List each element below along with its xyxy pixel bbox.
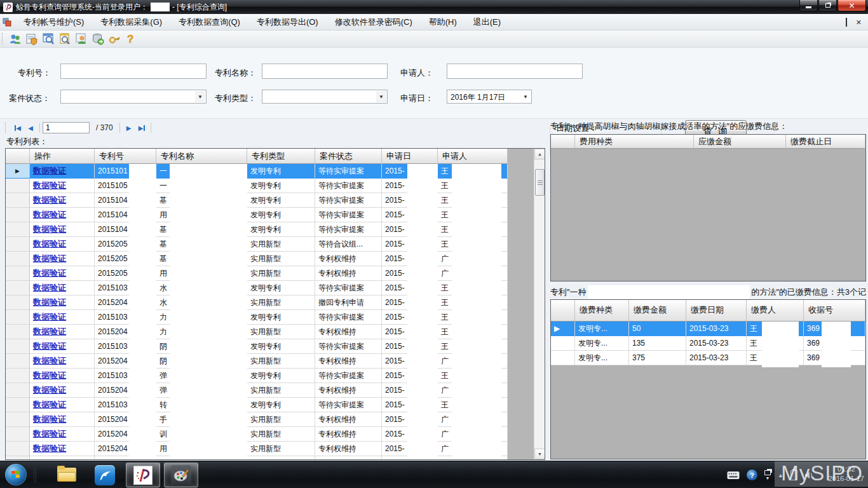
- row-selector[interactable]: [6, 412, 30, 427]
- row-selector[interactable]: [6, 398, 30, 412]
- scroll-down-icon[interactable]: ▼: [534, 449, 545, 459]
- data-verify-link[interactable]: 数据验证: [30, 412, 95, 427]
- scrollbar-thumb[interactable]: [535, 169, 545, 196]
- col-header-pay-amount[interactable]: 缴费金额: [629, 300, 686, 322]
- col-header-op[interactable]: 操作: [30, 149, 95, 164]
- patent-type-select[interactable]: ▼: [262, 90, 388, 104]
- search-window-icon[interactable]: [41, 32, 55, 46]
- data-verify-link[interactable]: 数据验证: [30, 295, 95, 310]
- data-verify-link[interactable]: 数据验证: [30, 237, 95, 252]
- col-header-fee-kind[interactable]: 费用种类: [575, 135, 694, 149]
- data-verify-link[interactable]: 数据验证: [30, 252, 95, 266]
- data-verify-link[interactable]: 数据验证: [30, 281, 95, 295]
- data-verify-link[interactable]: 数据验证: [30, 208, 95, 222]
- restore-button[interactable]: [818, 0, 837, 11]
- mdi-restore-button[interactable]: [846, 18, 847, 26]
- key-icon[interactable]: [107, 32, 121, 46]
- row-selector[interactable]: [6, 222, 30, 237]
- row-selector[interactable]: [6, 310, 30, 325]
- row-selector[interactable]: ▶: [551, 322, 575, 336]
- col-header-due-amount[interactable]: 应缴金额: [694, 135, 786, 149]
- menu-item-help[interactable]: 帮助(H): [421, 15, 465, 29]
- row-selector[interactable]: [551, 351, 575, 365]
- data-verify-link[interactable]: 数据验证: [30, 222, 95, 237]
- col-header-payer[interactable]: 缴费人: [747, 300, 804, 322]
- paint-taskbar-button[interactable]: [164, 463, 198, 487]
- row-selector[interactable]: [6, 354, 30, 369]
- data-verify-link[interactable]: 数据验证: [30, 339, 95, 354]
- case-status-select[interactable]: ▼: [60, 90, 207, 104]
- row-selector[interactable]: ▶: [6, 164, 30, 179]
- row-selector[interactable]: [6, 193, 30, 208]
- data-verify-link[interactable]: 数据验证: [30, 369, 95, 383]
- menu-item-query[interactable]: 专利数据查询(Q): [170, 15, 248, 29]
- data-verify-link[interactable]: 数据验证: [30, 193, 95, 208]
- data-verify-link[interactable]: 数据验证: [30, 427, 95, 442]
- col-header-applicant[interactable]: 申请人: [438, 149, 508, 164]
- window-stack-icon[interactable]: ▼: [764, 470, 771, 480]
- database-export-icon[interactable]: [91, 32, 105, 46]
- col-header-status[interactable]: 案件状态: [315, 149, 382, 164]
- menu-item-collect[interactable]: 专利数据采集(G): [92, 15, 170, 29]
- patent-app-taskbar-button[interactable]: [126, 463, 160, 487]
- close-button[interactable]: ✕: [837, 0, 866, 11]
- row-selector[interactable]: [6, 266, 30, 281]
- apply-date-picker[interactable]: 2016年 1月17日 ▼: [447, 90, 532, 104]
- col-header-deadline[interactable]: 缴费截止日: [786, 135, 865, 149]
- menu-item-account[interactable]: 专利帐号维护(S): [15, 15, 92, 29]
- data-verify-link[interactable]: 数据验证: [30, 383, 95, 398]
- row-selector[interactable]: [6, 427, 30, 442]
- keyboard-icon[interactable]: [727, 471, 740, 480]
- row-selector[interactable]: [6, 442, 30, 456]
- mdi-close-button[interactable]: ✕: [856, 18, 862, 27]
- applicant-input[interactable]: [447, 64, 583, 79]
- col-header-pay-kind[interactable]: 缴费种类: [575, 300, 629, 322]
- table-row[interactable]: 发明专...1352015-03-23王369: [551, 336, 865, 351]
- row-selector[interactable]: [6, 325, 30, 339]
- row-selector[interactable]: [6, 339, 30, 354]
- row-selector[interactable]: [6, 208, 30, 222]
- account-shield-icon[interactable]: [25, 32, 39, 46]
- bird-app-taskbar-button[interactable]: [88, 463, 122, 487]
- data-verify-link[interactable]: 数据验证: [30, 325, 95, 339]
- vertical-scrollbar[interactable]: ▲ ▼: [534, 149, 545, 459]
- next-page-button[interactable]: ▶: [123, 122, 135, 133]
- table-row[interactable]: ▶发明专...502015-03-23王369: [551, 322, 865, 336]
- explorer-taskbar-button[interactable]: [50, 463, 84, 487]
- data-verify-link[interactable]: 数据验证: [30, 179, 95, 193]
- col-header-name[interactable]: 专利名称: [156, 149, 247, 164]
- page-number-input[interactable]: [43, 122, 90, 133]
- data-verify-link[interactable]: 数据验证: [30, 354, 95, 369]
- col-header-receipt[interactable]: 收据号: [804, 300, 865, 322]
- col-header-no[interactable]: 专利号: [95, 149, 156, 164]
- menu-item-password[interactable]: 修改软件登录密码(C): [327, 15, 421, 29]
- row-selector[interactable]: [6, 237, 30, 252]
- col-header-date[interactable]: 申请日: [382, 149, 438, 164]
- data-verify-link[interactable]: 数据验证: [30, 310, 95, 325]
- help-icon[interactable]: ?: [124, 32, 138, 46]
- prev-page-button[interactable]: ◀: [24, 122, 37, 133]
- users-icon[interactable]: [8, 32, 22, 46]
- last-page-button[interactable]: ▶: [135, 122, 148, 133]
- col-header-pay-date[interactable]: 缴费日期: [686, 300, 747, 322]
- row-selector[interactable]: [6, 281, 30, 295]
- row-selector[interactable]: [551, 336, 575, 351]
- data-verify-link[interactable]: 数据验证: [30, 164, 95, 179]
- minimize-button[interactable]: [799, 0, 818, 11]
- patent-no-input[interactable]: [60, 64, 207, 79]
- row-selector[interactable]: [6, 252, 30, 266]
- data-verify-link[interactable]: 数据验证: [30, 442, 95, 456]
- user-icon[interactable]: [74, 32, 88, 46]
- patent-name-input[interactable]: [262, 64, 388, 79]
- menu-item-export[interactable]: 专利数据导出(O): [248, 15, 327, 29]
- row-selector[interactable]: [6, 179, 30, 193]
- first-page-button[interactable]: ◀: [11, 122, 24, 133]
- scroll-up-icon[interactable]: ▲: [534, 149, 545, 159]
- row-selector[interactable]: [6, 369, 30, 383]
- search-doc-icon[interactable]: [58, 32, 72, 46]
- col-header-type[interactable]: 专利类型: [247, 149, 315, 164]
- data-verify-link[interactable]: 数据验证: [30, 266, 95, 281]
- row-selector[interactable]: [6, 295, 30, 310]
- help-tray-icon[interactable]: ?: [747, 470, 757, 480]
- row-selector[interactable]: [6, 383, 30, 398]
